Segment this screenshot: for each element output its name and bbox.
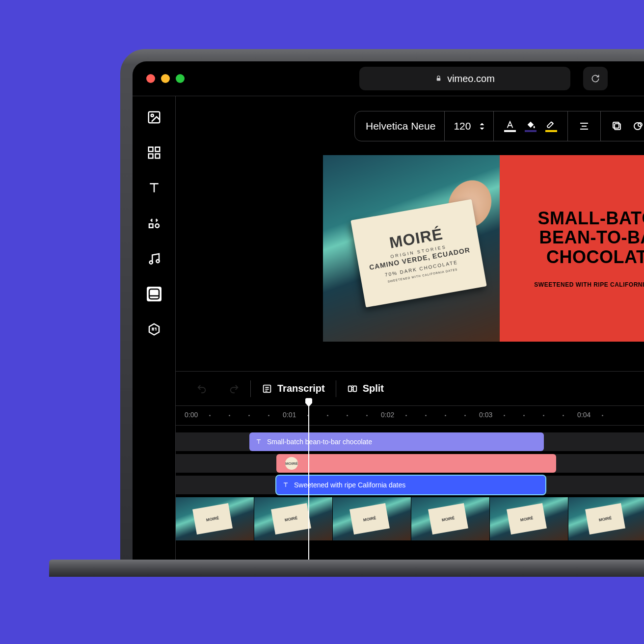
- transcript-button[interactable]: Transcript: [251, 379, 336, 399]
- maximize-window-button[interactable]: [176, 74, 185, 83]
- svg-rect-12: [615, 124, 620, 130]
- font-size-stepper[interactable]: [480, 122, 484, 131]
- address-bar[interactable]: vimeo.com: [359, 67, 570, 90]
- playhead[interactable]: [308, 402, 309, 560]
- browser-chrome: vimeo.com: [133, 61, 644, 96]
- timeline-toolbar: Transcript Split: [176, 372, 644, 406]
- frame-thumb: MOIRÉ: [411, 497, 490, 540]
- fill-color-swatch: [525, 130, 537, 132]
- svg-rect-17: [348, 386, 351, 391]
- minimize-window-button[interactable]: [161, 74, 170, 83]
- frame-thumb: MOIRÉ: [254, 497, 333, 540]
- text-clip-2[interactable]: Sweetened with ripe California dates: [276, 476, 545, 494]
- close-window-button[interactable]: [146, 74, 155, 83]
- align-button[interactable]: [577, 119, 591, 134]
- clip-label: Small-batch bean-to-bar chocolate: [267, 438, 372, 446]
- thumbnail-strip[interactable]: MOIRÉ MOIRÉ MOIRÉ MOIRÉ MOIRÉ MOIRÉ: [176, 497, 644, 540]
- svg-point-8: [155, 224, 159, 228]
- svg-point-9: [149, 261, 152, 264]
- timeline-ruler[interactable]: 0:00 0:01 0:02 0:03 0:04: [176, 406, 644, 426]
- timeline-tracks: Small-batch bean-to-bar chocolate MOIRÉ: [176, 426, 644, 560]
- text-toolbar: Helvetica Neue 120: [354, 111, 644, 141]
- grid-icon[interactable]: [147, 145, 161, 160]
- headline: SMALL-BATCH BEAN-TO-BAR CHOCOLATE: [538, 209, 644, 267]
- text-clip-1[interactable]: Small-batch bean-to-bar chocolate: [249, 432, 544, 451]
- text-color-swatch: [504, 130, 516, 132]
- subline: SWEETENED WITH RIPE CALIFORNIA DATES: [534, 281, 644, 288]
- video-track[interactable]: MOIRÉ: [176, 454, 644, 473]
- ruler-mark: 0:03: [479, 411, 492, 419]
- animation-button[interactable]: [630, 119, 644, 134]
- style-icon[interactable]: [147, 287, 161, 301]
- highlight-color-swatch: [545, 130, 557, 132]
- preview-text-panel: SMALL-BATCH BEAN-TO-BAR CHOCOLATE SWEETE…: [500, 155, 644, 342]
- frame-thumb: MOIRÉ: [490, 497, 568, 540]
- svg-rect-0: [437, 78, 441, 80]
- ruler-mark: 0:00: [185, 411, 198, 419]
- ruler-mark: 0:02: [381, 411, 394, 419]
- frame-thumb: MOIRÉ: [333, 497, 411, 540]
- frame-thumb: MOIRÉ: [568, 497, 644, 540]
- elements-icon[interactable]: [147, 216, 161, 231]
- reload-button[interactable]: [583, 67, 608, 90]
- font-size-input[interactable]: 120: [445, 111, 494, 141]
- layers-button[interactable]: [610, 119, 624, 134]
- video-clip[interactable]: MOIRÉ: [276, 454, 556, 473]
- svg-point-2: [151, 114, 153, 117]
- svg-point-10: [156, 260, 159, 263]
- clip-thumbnail-icon: MOIRÉ: [285, 457, 298, 470]
- screen: vimeo.com He: [133, 61, 644, 560]
- window-controls: [146, 74, 185, 83]
- font-select[interactable]: Helvetica Neue: [357, 111, 445, 141]
- undo-button[interactable]: [186, 379, 218, 399]
- redo-button[interactable]: [218, 379, 250, 399]
- timeline-panel: Transcript Split 0:00 0:01 0:02 0:0: [176, 371, 644, 560]
- ruler-mark: 0:04: [577, 411, 590, 419]
- music-icon[interactable]: [147, 251, 161, 266]
- sidebar: [133, 96, 176, 560]
- split-button[interactable]: Split: [336, 379, 395, 399]
- image-icon[interactable]: [147, 110, 161, 125]
- laptop-frame: vimeo.com He: [120, 49, 644, 599]
- ruler-mark: 0:01: [283, 411, 296, 419]
- thumbnail-track[interactable]: MOIRÉ MOIRÉ MOIRÉ MOIRÉ MOIRÉ MOIRÉ: [176, 497, 644, 540]
- text-track-1[interactable]: Small-batch bean-to-bar chocolate: [176, 432, 644, 451]
- svg-rect-13: [613, 122, 619, 128]
- editor: Helvetica Neue 120: [133, 96, 644, 560]
- url-text: vimeo.com: [447, 73, 495, 84]
- laptop-base: [49, 560, 644, 577]
- highlight-color-button[interactable]: [544, 119, 559, 134]
- svg-rect-11: [149, 289, 159, 299]
- preview-photo: MOIRÉ ORIGIN STORIES CAMINO VERDE, ECUAD…: [323, 155, 500, 342]
- lock-icon: [435, 73, 442, 84]
- text-track-2[interactable]: Sweetened with ripe California dates: [176, 476, 644, 494]
- laptop-lid: vimeo.com He: [120, 49, 644, 560]
- brand-icon[interactable]: [147, 322, 161, 337]
- svg-rect-3: [148, 147, 153, 152]
- svg-rect-18: [353, 386, 356, 391]
- video-preview[interactable]: MOIRÉ ORIGIN STORIES CAMINO VERDE, ECUAD…: [323, 155, 644, 342]
- product-card: MOIRÉ ORIGIN STORIES CAMINO VERDE, ECUAD…: [350, 199, 486, 308]
- svg-rect-6: [155, 154, 160, 159]
- svg-rect-5: [148, 154, 153, 159]
- frame-thumb: MOIRÉ: [176, 497, 254, 540]
- clip-label: Sweetened with ripe California dates: [294, 481, 405, 489]
- text-icon[interactable]: [147, 181, 161, 195]
- text-color-button[interactable]: [503, 119, 517, 134]
- svg-rect-7: [149, 224, 153, 228]
- canvas-area: Helvetica Neue 120: [176, 96, 644, 371]
- fill-color-button[interactable]: [523, 119, 538, 134]
- svg-rect-4: [155, 147, 160, 152]
